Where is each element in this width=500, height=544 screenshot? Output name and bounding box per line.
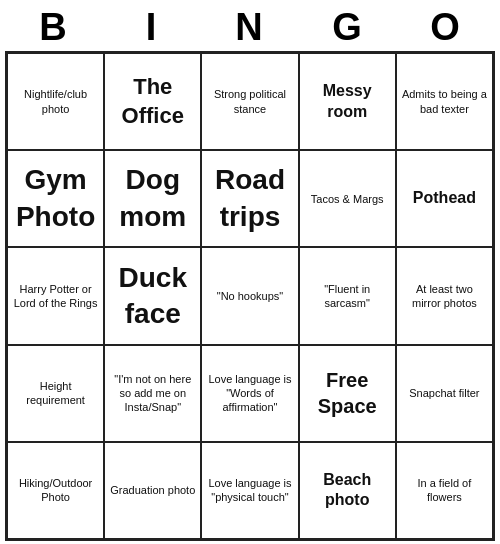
bingo-title: B I N G O [5,0,495,51]
bingo-cell-2: Strong political stance [201,53,298,150]
bingo-cell-7: Road trips [201,150,298,247]
bingo-cell-0: Nightlife/club photo [7,53,104,150]
bingo-cell-6: Dog mom [104,150,201,247]
title-letter-n: N [206,6,294,49]
bingo-cell-14: At least two mirror photos [396,247,493,344]
bingo-cell-22: Love language is "physical touch" [201,442,298,539]
bingo-cell-23: Beach photo [299,442,396,539]
bingo-cell-18: Free Space [299,345,396,442]
bingo-cell-5: Gym Photo [7,150,104,247]
title-letter-i: I [108,6,196,49]
title-letter-g: G [304,6,392,49]
bingo-cell-9: Pothead [396,150,493,247]
bingo-cell-13: "Fluent in sarcasm" [299,247,396,344]
bingo-cell-8: Tacos & Margs [299,150,396,247]
bingo-cell-21: Graduation photo [104,442,201,539]
bingo-cell-17: Love language is "Words of affirmation" [201,345,298,442]
bingo-cell-24: In a field of flowers [396,442,493,539]
bingo-cell-3: Messy room [299,53,396,150]
bingo-cell-1: The Office [104,53,201,150]
title-letter-o: O [402,6,490,49]
bingo-cell-11: Duck face [104,247,201,344]
title-letter-b: B [10,6,98,49]
bingo-cell-12: "No hookups" [201,247,298,344]
bingo-cell-4: Admits to being a bad texter [396,53,493,150]
bingo-cell-15: Height requirement [7,345,104,442]
bingo-cell-19: Snapchat filter [396,345,493,442]
bingo-cell-10: Harry Potter or Lord of the Rings [7,247,104,344]
bingo-cell-16: "I'm not on here so add me on Insta/Snap… [104,345,201,442]
bingo-grid: Nightlife/club photoThe OfficeStrong pol… [5,51,495,541]
bingo-cell-20: Hiking/Outdoor Photo [7,442,104,539]
